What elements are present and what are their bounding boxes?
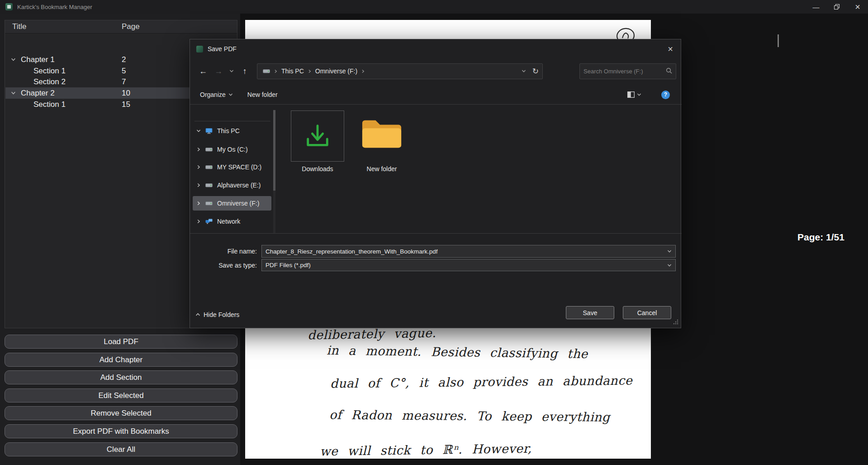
column-header-page[interactable]: Page xyxy=(122,22,140,31)
bookmark-page: 2 xyxy=(122,55,126,64)
drive-icon xyxy=(205,182,213,188)
view-mode-button[interactable] xyxy=(627,91,641,98)
sidebar-item-this-pc[interactable]: This PC xyxy=(193,124,271,138)
pdf-text-line: in a moment. Besides classifying the xyxy=(327,343,588,361)
folder-icon xyxy=(360,116,403,151)
chevron-right-icon[interactable] xyxy=(196,183,202,187)
toolbar-separator xyxy=(190,104,682,105)
bookmark-page: 5 xyxy=(122,67,126,76)
edit-selected-button[interactable]: Edit Selected xyxy=(5,388,237,403)
chevron-right-icon[interactable] xyxy=(196,219,202,224)
chevron-down-icon[interactable] xyxy=(664,245,675,257)
chevron-right-icon[interactable] xyxy=(196,201,202,206)
save-as-type-label: Save as type: xyxy=(190,262,257,269)
breadcrumb[interactable]: This PC Omniverse (F:) ↻ xyxy=(257,63,543,79)
chevron-down-icon[interactable] xyxy=(196,129,202,133)
file-name-input[interactable] xyxy=(262,248,664,255)
bookmark-title: Section 2 xyxy=(33,77,66,86)
save-button[interactable]: Save xyxy=(566,306,614,319)
close-button[interactable]: × xyxy=(847,0,868,14)
save-as-type-combobox[interactable]: PDF Files (*.pdf) xyxy=(261,259,676,271)
sidebar-item-network[interactable]: Network xyxy=(193,214,271,229)
search-input[interactable] xyxy=(583,68,666,75)
add-section-button[interactable]: Add Section xyxy=(5,370,237,384)
new-folder-button[interactable]: New folder xyxy=(247,91,278,98)
chevron-down-icon[interactable] xyxy=(11,57,17,62)
up-button[interactable]: ↑ xyxy=(237,63,252,79)
dialog-titlebar: Save PDF × xyxy=(190,39,681,58)
chevron-down-icon[interactable] xyxy=(664,259,675,271)
forward-button[interactable]: → xyxy=(211,63,226,79)
dialog-navigation-bar: ← → ↑ This PC Omniverse (F:) ↻ xyxy=(195,62,676,80)
load-pdf-button[interactable]: Load PDF xyxy=(5,335,237,349)
resize-grip-icon[interactable] xyxy=(673,319,678,326)
hide-folders-button[interactable]: Hide Folders xyxy=(195,308,239,321)
breadcrumb-this-pc[interactable]: This PC xyxy=(281,67,304,75)
chevron-right-icon[interactable] xyxy=(308,69,312,73)
chevron-right-icon[interactable] xyxy=(361,69,365,73)
tree-header: Title Page xyxy=(5,20,237,34)
sidebar-label: Omniverse (F:) xyxy=(217,200,259,207)
file-label-new-folder[interactable]: New folder xyxy=(355,165,408,173)
drive-icon xyxy=(205,146,213,153)
viewer-scrollbar-thumb[interactable] xyxy=(778,34,779,47)
column-header-title[interactable]: Title xyxy=(12,22,27,31)
organize-dropdown[interactable]: Organize xyxy=(200,91,233,98)
chevron-right-icon[interactable] xyxy=(196,165,202,169)
drive-icon xyxy=(205,200,213,206)
sidebar-item-drive-d[interactable]: MY SPACE (D:) xyxy=(193,160,271,174)
file-label-downloads[interactable]: Downloads xyxy=(291,165,344,173)
chevron-down-icon xyxy=(637,92,641,97)
add-chapter-button[interactable]: Add Chapter xyxy=(5,353,237,367)
chevron-up-icon xyxy=(195,312,200,317)
file-name-combobox[interactable] xyxy=(261,245,676,258)
sidebar-item-drive-e[interactable]: Alphaverse (E:) xyxy=(193,178,271,192)
bookmark-title: Chapter 2 xyxy=(21,89,55,98)
chevron-right-icon xyxy=(274,69,278,73)
pdf-text-line: dual of C°, it also provides an abundanc… xyxy=(330,374,633,391)
bookmark-page: 10 xyxy=(122,89,130,98)
back-button[interactable]: ← xyxy=(195,63,211,79)
bookmark-title: Chapter 1 xyxy=(21,55,55,64)
dialog-close-button[interactable]: × xyxy=(660,39,681,58)
sidebar-label: MY SPACE (D:) xyxy=(217,163,261,171)
sidebar-item-drive-c[interactable]: My Os (C:) xyxy=(193,142,271,157)
file-item-new-folder[interactable] xyxy=(360,116,403,152)
sidebar-label: This PC xyxy=(217,127,240,134)
help-button[interactable]: ? xyxy=(661,91,670,99)
refresh-button[interactable]: ↻ xyxy=(532,67,539,76)
history-chevron-icon[interactable] xyxy=(226,63,237,79)
search-icon xyxy=(666,67,672,75)
address-dropdown-icon[interactable] xyxy=(522,69,526,73)
search-box[interactable] xyxy=(579,63,676,79)
view-icon xyxy=(627,91,635,98)
app-icon xyxy=(5,3,13,10)
this-pc-icon xyxy=(205,128,213,134)
save-pdf-dialog: Save PDF × ← → ↑ This PC Omniverse (F:) … xyxy=(190,39,681,328)
file-item-downloads[interactable] xyxy=(291,110,344,162)
cancel-button[interactable]: Cancel xyxy=(623,306,671,319)
chevron-down-icon[interactable] xyxy=(11,90,17,96)
bookmark-title: Section 1 xyxy=(33,67,66,76)
downloads-icon xyxy=(304,122,332,150)
sidebar-scrollbar-thumb[interactable] xyxy=(273,110,275,191)
breadcrumb-omniverse[interactable]: Omniverse (F:) xyxy=(315,67,357,75)
remove-selected-button[interactable]: Remove Selected xyxy=(5,406,237,420)
clear-all-button[interactable]: Clear All xyxy=(5,442,237,456)
network-icon xyxy=(205,218,213,225)
sidebar-item-drive-f-selected[interactable]: Omniverse (F:) xyxy=(193,196,271,211)
window-title: Kartick's Bookmark Manager xyxy=(17,4,92,10)
organize-label: Organize xyxy=(200,91,226,98)
chevron-right-icon[interactable] xyxy=(196,147,202,152)
minimize-button[interactable]: — xyxy=(806,0,826,14)
bookmark-page: 7 xyxy=(122,77,126,86)
sidebar-separator xyxy=(194,121,270,121)
export-pdf-button[interactable]: Export PDF with Bookmarks xyxy=(5,424,237,438)
maximize-button[interactable] xyxy=(826,0,847,14)
bookmark-title: Section 1 xyxy=(33,100,66,109)
pdf-text-line: of Radon measures. To keep everything xyxy=(329,407,610,424)
sidebar-label: Network xyxy=(217,218,240,225)
new-folder-label: New folder xyxy=(247,91,278,98)
drive-icon xyxy=(263,68,270,74)
sidebar-scrollbar[interactable] xyxy=(273,110,275,233)
